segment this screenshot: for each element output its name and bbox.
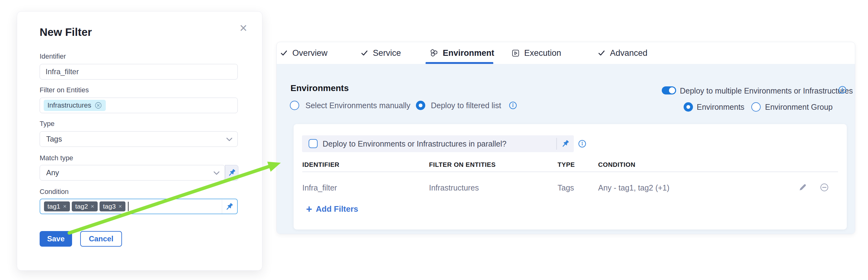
check-icon <box>360 49 369 57</box>
condition-label: Condition <box>40 188 69 196</box>
divider <box>556 138 557 150</box>
row-filter-on-entities: Infrastructures <box>429 183 479 193</box>
radio-label: Deploy to filtered list <box>431 101 501 110</box>
match-type-value: Any <box>45 168 59 177</box>
radio-select-environments-manually[interactable] <box>290 101 299 110</box>
pipeline-stage-panel: Overview Service Environment Exe <box>276 42 855 234</box>
column-header-type: TYPE <box>558 161 575 168</box>
cancel-button[interactable]: Cancel <box>80 231 122 247</box>
text-cursor <box>128 202 128 211</box>
pin-icon <box>227 168 237 177</box>
tag-remove-icon[interactable]: × <box>91 203 94 210</box>
modal-title: New Filter <box>40 26 92 38</box>
header-divider <box>302 172 838 172</box>
radio-environment-group[interactable] <box>751 102 761 112</box>
match-type-pin-button[interactable] <box>225 165 238 180</box>
chevron-down-icon <box>226 138 232 141</box>
environments-heading: Environments <box>290 83 349 93</box>
condition-pin-button[interactable] <box>222 200 237 214</box>
toggle-knob <box>669 87 675 94</box>
info-icon[interactable] <box>509 101 517 109</box>
type-value: Tags <box>45 135 62 143</box>
radio-label: Environments <box>697 102 744 112</box>
type-select[interactable]: Tags <box>40 131 238 147</box>
condition-field[interactable]: tag1 × tag2 × tag3 × <box>40 199 238 214</box>
remove-minus-icon[interactable] <box>819 183 829 192</box>
filter-on-entities-label: Filter on Entities <box>40 86 89 94</box>
radio-environments[interactable] <box>684 102 693 112</box>
parallel-checkbox-label: Deploy to Environments or Infrastructure… <box>322 139 506 148</box>
plus-icon: + <box>306 204 312 214</box>
condition-tag: tag2 × <box>72 202 98 211</box>
check-icon <box>597 49 606 57</box>
row-identifier: Infra_filter <box>302 183 337 193</box>
tag-remove-icon[interactable]: × <box>119 203 122 210</box>
tab-label: Environment <box>443 48 494 58</box>
tab-environment[interactable]: Environment <box>430 42 494 64</box>
entity-chip: Infrastructures <box>44 100 106 111</box>
add-filters-button[interactable]: + Add Filters <box>306 204 358 214</box>
filter-on-entities-field[interactable]: Infrastructures <box>40 98 238 113</box>
pin-icon <box>225 202 234 211</box>
type-label: Type <box>40 120 55 128</box>
deploy-multiple-toggle[interactable] <box>662 86 676 95</box>
tag-remove-icon[interactable]: × <box>63 203 66 210</box>
edit-pencil-icon[interactable] <box>798 183 807 192</box>
tab-advanced[interactable]: Advanced <box>597 42 647 64</box>
environment-tab-body: Environments Select Environments manuall… <box>277 64 855 234</box>
identifier-input[interactable] <box>40 64 238 79</box>
column-header-condition: CONDITION <box>598 161 636 168</box>
tab-label: Execution <box>524 48 561 58</box>
parallel-checkbox-row: Deploy to Environments or Infrastructure… <box>302 135 574 152</box>
save-button[interactable]: Save <box>40 231 72 247</box>
match-type-label: Match type <box>40 154 73 162</box>
radio-label: Environment Group <box>765 102 833 112</box>
identifier-label: Identifier <box>40 53 66 61</box>
tag-label: tag1 <box>48 203 60 210</box>
radio-label: Select Environments manually <box>306 101 410 110</box>
match-type-select[interactable]: Any <box>40 165 225 180</box>
check-icon <box>280 49 288 57</box>
tab-label: Service <box>373 48 401 58</box>
row-condition: Any - tag1, tag2 (+1) <box>598 183 670 193</box>
new-filter-modal: New Filter × Identifier Filter on Entiti… <box>17 11 262 271</box>
chip-remove-icon[interactable] <box>95 102 102 109</box>
parallel-checkbox[interactable] <box>309 139 318 148</box>
deploy-multiple-label: Deploy to multiple Environments or Infra… <box>680 86 853 95</box>
tag-label: tag2 <box>75 203 88 210</box>
entity-chip-label: Infrastructures <box>48 101 91 109</box>
tab-overview[interactable]: Overview <box>280 42 328 64</box>
add-filters-label: Add Filters <box>316 204 358 214</box>
chevron-down-icon <box>213 171 220 175</box>
condition-tag: tag3 × <box>99 202 125 211</box>
column-header-filter-on-entities: FILTER ON ENTITIES <box>429 161 496 168</box>
filters-card: Deploy to Environments or Infrastructure… <box>293 124 847 230</box>
pin-icon <box>561 139 570 148</box>
radio-deploy-to-filtered-list[interactable] <box>416 101 425 110</box>
info-icon[interactable] <box>578 140 586 148</box>
parallel-pin-button[interactable] <box>561 139 570 148</box>
row-type: Tags <box>558 183 574 193</box>
execution-play-icon <box>512 49 520 57</box>
tab-label: Advanced <box>610 48 647 58</box>
environment-hexagons-icon <box>430 49 438 57</box>
info-icon[interactable] <box>838 86 846 94</box>
close-icon[interactable]: × <box>236 20 251 36</box>
stage-tab-bar: Overview Service Environment Exe <box>277 42 855 65</box>
tab-service[interactable]: Service <box>360 42 401 64</box>
tag-label: tag3 <box>103 203 116 210</box>
tab-execution[interactable]: Execution <box>512 42 561 64</box>
condition-tag: tag1 × <box>44 202 70 211</box>
column-header-identifier: IDENTIFIER <box>302 161 339 168</box>
tab-label: Overview <box>292 48 328 58</box>
